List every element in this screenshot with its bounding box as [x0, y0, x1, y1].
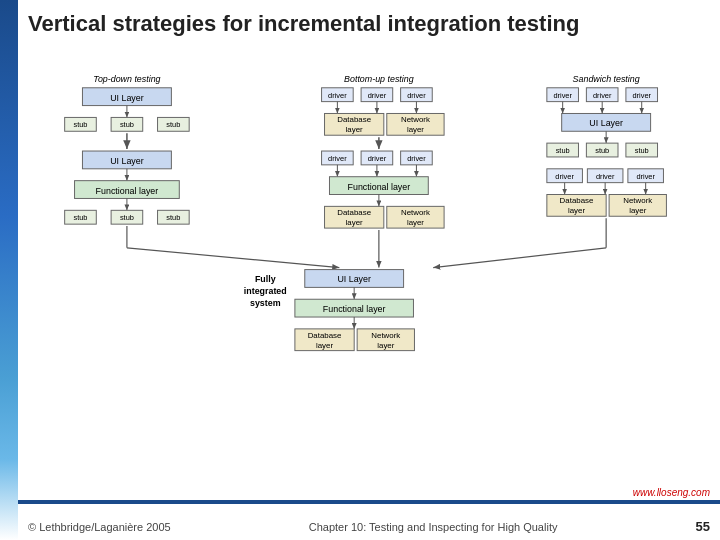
- svg-text:Functional layer: Functional layer: [323, 304, 386, 314]
- bottomup-label: Bottom-up testing: [344, 74, 414, 84]
- svg-text:stub: stub: [595, 146, 609, 155]
- bottom-accent-line: [18, 500, 720, 504]
- footer: © Lethbridge/Laganière 2005 Chapter 10: …: [28, 519, 710, 534]
- svg-text:Network: Network: [401, 208, 430, 217]
- diagram-area: Top-down testing UI Layer stub stub stub…: [28, 70, 710, 485]
- svg-text:UI Layer: UI Layer: [589, 118, 623, 128]
- svg-text:layer: layer: [377, 341, 394, 350]
- svg-text:driver: driver: [368, 91, 387, 100]
- svg-text:stub: stub: [556, 146, 570, 155]
- svg-text:stub: stub: [635, 146, 649, 155]
- integrated-text: integrated: [244, 286, 287, 296]
- topdown-label: Top-down testing: [93, 74, 160, 84]
- fully-text: Fully: [255, 274, 276, 284]
- topdown-func-text: Functional layer: [96, 186, 159, 196]
- system-text: system: [250, 298, 281, 308]
- topdown-ui-text2: UI Layer: [110, 156, 144, 166]
- sandwich-label: Sandwich testing: [573, 74, 640, 84]
- watermark: www.lloseng.com: [633, 487, 710, 498]
- svg-text:driver: driver: [593, 91, 612, 100]
- svg-text:Database: Database: [337, 115, 371, 124]
- svg-line-52: [127, 248, 339, 268]
- svg-text:Functional layer: Functional layer: [348, 182, 411, 192]
- svg-text:driver: driver: [407, 91, 426, 100]
- svg-text:Database: Database: [308, 331, 342, 340]
- svg-text:layer: layer: [316, 341, 333, 350]
- svg-text:layer: layer: [568, 206, 585, 215]
- svg-text:Database: Database: [560, 196, 594, 205]
- svg-text:layer: layer: [407, 218, 424, 227]
- svg-text:stub: stub: [120, 213, 134, 222]
- svg-text:Network: Network: [623, 196, 652, 205]
- svg-text:stub: stub: [166, 120, 180, 129]
- svg-text:layer: layer: [346, 218, 363, 227]
- svg-text:Database: Database: [337, 208, 371, 217]
- svg-text:stub: stub: [73, 120, 87, 129]
- page-number: 55: [696, 519, 710, 534]
- svg-text:driver: driver: [328, 91, 347, 100]
- svg-text:driver: driver: [632, 91, 651, 100]
- diagram-svg: Top-down testing UI Layer stub stub stub…: [28, 70, 710, 485]
- svg-text:Network: Network: [401, 115, 430, 124]
- topdown-ui-text1: UI Layer: [110, 93, 144, 103]
- svg-text:stub: stub: [120, 120, 134, 129]
- svg-text:driver: driver: [596, 172, 615, 181]
- chapter-text: Chapter 10: Testing and Inspecting for H…: [309, 521, 558, 533]
- slide: Vertical strategies for incremental inte…: [0, 0, 720, 540]
- svg-text:stub: stub: [166, 213, 180, 222]
- svg-text:driver: driver: [328, 154, 347, 163]
- svg-text:driver: driver: [368, 154, 387, 163]
- svg-text:Network: Network: [371, 331, 400, 340]
- svg-line-56: [433, 248, 606, 268]
- copyright-text: © Lethbridge/Laganière 2005: [28, 521, 171, 533]
- svg-text:UI Layer: UI Layer: [337, 274, 371, 284]
- svg-text:driver: driver: [407, 154, 426, 163]
- svg-text:stub: stub: [73, 213, 87, 222]
- svg-text:driver: driver: [553, 91, 572, 100]
- page-title: Vertical strategies for incremental inte…: [28, 10, 710, 38]
- svg-text:layer: layer: [407, 125, 424, 134]
- svg-text:driver: driver: [636, 172, 655, 181]
- svg-text:layer: layer: [346, 125, 363, 134]
- left-accent: [0, 0, 18, 540]
- svg-text:driver: driver: [555, 172, 574, 181]
- svg-text:layer: layer: [629, 206, 646, 215]
